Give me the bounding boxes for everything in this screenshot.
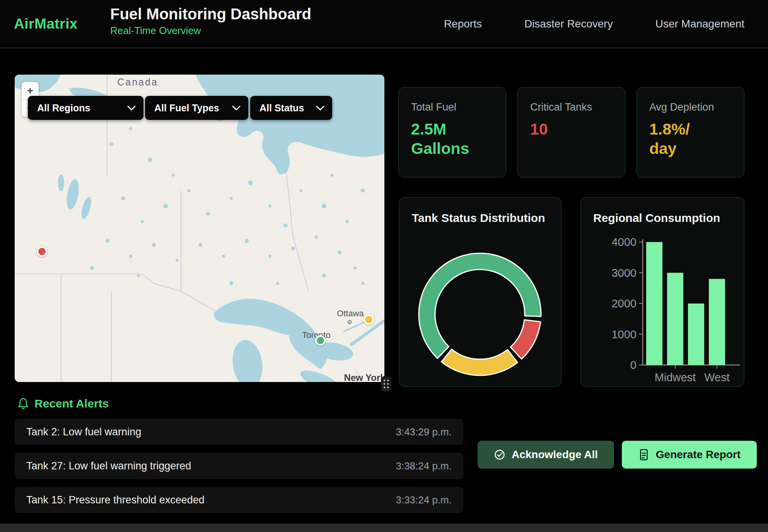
chevron-down-icon [316, 106, 324, 111]
acknowledge-all-label: Acknowledge All [512, 448, 598, 461]
status-filter-value: All Status [259, 102, 304, 114]
map-label-canada: Canada [117, 77, 158, 87]
map-label-ottawa: Ottawa [337, 309, 364, 318]
region-filter-value: All Regions [37, 102, 90, 114]
regional-consumption-card: Regional Consumption 01000200030004000Mi… [580, 197, 744, 387]
recent-alerts-heading: Recent Alerts [17, 397, 109, 410]
window-edge [0, 523, 768, 532]
y-tick-label: 0 [630, 359, 637, 371]
stat-label: Total Fuel [411, 101, 493, 113]
stat-card-critical-tanks: Critical Tanks 10 [517, 87, 625, 177]
nav-reports[interactable]: Reports [444, 18, 482, 30]
nav-user-management[interactable]: User Management [655, 18, 744, 30]
y-tick-label: 4000 [611, 236, 637, 248]
stat-label: Critical Tanks [530, 101, 613, 113]
y-tick-label: 2000 [611, 297, 637, 310]
fuel-type-filter-value: All Fuel Types [154, 102, 219, 114]
app-logo: AirMatrix [14, 16, 78, 32]
fuel-type-filter-dropdown[interactable]: All Fuel Types [145, 96, 248, 120]
bar-region-0 [646, 242, 662, 365]
map-marker-warning[interactable] [364, 314, 374, 325]
donut-slice-yellow [442, 349, 518, 375]
page-title: Fuel Monitoring Dashboard [110, 5, 311, 23]
y-tick-label: 3000 [611, 267, 637, 279]
map[interactable]: Canada Ottawa Toronto New York [15, 75, 384, 382]
generate-report-label: Generate Report [656, 448, 741, 461]
bell-icon [17, 397, 29, 410]
acknowledge-all-button[interactable]: Acknowledge All [478, 441, 614, 469]
alert-timestamp: 3:43:29 p.m. [396, 426, 452, 438]
alert-timestamp: 3:33:24 p.m. [396, 494, 452, 506]
region-filter-dropdown[interactable]: All Regions [28, 96, 143, 120]
x-tick-label: Midwest [655, 371, 696, 384]
title-block: Fuel Monitoring Dashboard Real-Time Over… [110, 5, 311, 37]
map-marker-normal[interactable] [315, 335, 326, 346]
main-nav: Reports Disaster Recovery User Managemen… [444, 0, 744, 48]
bar-region-2 [688, 304, 704, 365]
header: AirMatrix Fuel Monitoring Dashboard Real… [0, 0, 768, 48]
stat-label: Avg Depletion [649, 101, 732, 113]
tank-status-donut-chart [414, 249, 546, 380]
chevron-down-icon [127, 106, 136, 111]
page-subtitle: Real-Time Overview [110, 25, 311, 37]
status-filter-dropdown[interactable]: All Status [250, 96, 332, 120]
recent-alerts-title: Recent Alerts [34, 397, 109, 410]
map-marker-critical[interactable] [37, 246, 47, 257]
alert-row[interactable]: Tank 27: Low fuel warning triggered 3:38… [15, 453, 463, 479]
stat-card-total-fuel: Total Fuel 2.5M Gallons [398, 87, 506, 177]
donut-chart-title: Tank Status Distribution [412, 211, 545, 225]
bar-region-1 [667, 273, 683, 365]
regional-consumption-bar-chart: 01000200030004000MidwestWest [581, 228, 745, 387]
bar-chart-title: Regional Consumption [593, 211, 720, 225]
alert-message: Tank 15: Pressure threshold exceeded [26, 494, 205, 506]
chevron-down-icon [232, 106, 241, 111]
y-tick-label: 1000 [611, 328, 637, 341]
alert-row[interactable]: Tank 15: Pressure threshold exceeded 3:3… [15, 487, 463, 513]
map-canvas: Canada Ottawa Toronto New York [15, 75, 384, 382]
map-resize-handle[interactable] [381, 377, 391, 391]
stat-card-avg-depletion: Avg Depletion 1.8%/day [637, 87, 744, 177]
alert-message: Tank 2: Low fuel warning [26, 426, 141, 438]
stat-value: 2.5M Gallons [411, 119, 479, 158]
generate-report-button[interactable]: Generate Report [622, 441, 757, 469]
alert-message: Tank 27: Low fuel warning triggered [26, 460, 191, 472]
donut-slice-red [510, 320, 541, 359]
map-lake [58, 174, 64, 191]
bar-region-3 [709, 279, 725, 365]
stat-value: 1.8%/day [649, 119, 696, 158]
alert-timestamp: 3:38:24 p.m. [396, 460, 452, 472]
alert-row[interactable]: Tank 2: Low fuel warning 3:43:29 p.m. [15, 419, 463, 445]
fuel-monitoring-dashboard: AirMatrix Fuel Monitoring Dashboard Real… [0, 0, 768, 532]
map-label-new-york: New York [344, 372, 384, 382]
stat-value: 10 [530, 119, 613, 139]
nav-disaster-recovery[interactable]: Disaster Recovery [524, 18, 613, 30]
check-circle-icon [494, 449, 505, 460]
tank-status-distribution-card: Tank Status Distribution [399, 197, 561, 387]
document-icon [638, 448, 650, 461]
x-tick-label: West [704, 371, 730, 384]
